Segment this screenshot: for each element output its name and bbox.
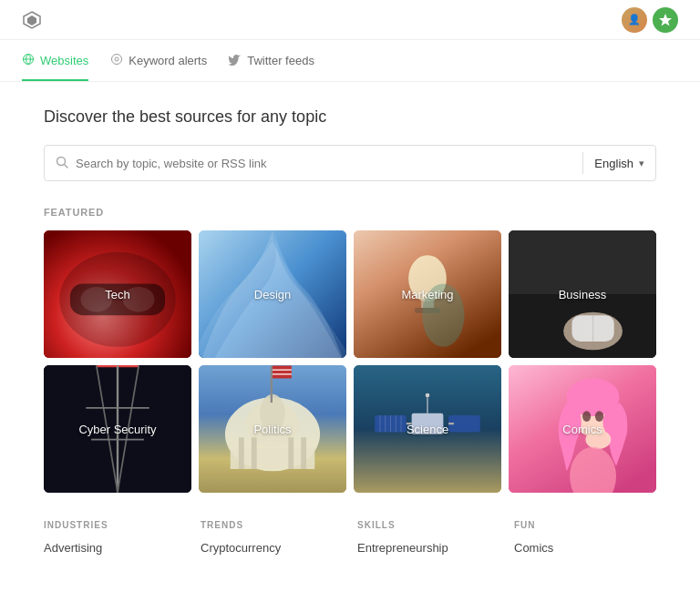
svg-point-12 [123,287,155,312]
svg-marker-1 [27,15,36,26]
card-comics-image [509,365,656,493]
cat-comics[interactable]: Comics [514,539,656,558]
cards-grid: Tech [44,230,656,493]
card-business-image [509,230,656,358]
card-design-image [199,230,346,358]
card-science-image [354,365,501,493]
card-cybersecurity[interactable]: Cyber Security [44,365,191,493]
cat-entrepreneurship[interactable]: Entrepreneurship [357,539,499,558]
card-tech[interactable]: Tech [44,230,191,358]
svg-rect-39 [252,437,257,469]
card-politics[interactable]: Politics [199,365,346,493]
tab-websites-label: Websites [40,54,88,67]
main-content: Discover the best sources for any topic … [22,82,678,584]
search-bar: English ▾ [44,145,656,181]
svg-point-4 [112,55,122,65]
svg-line-7 [65,164,68,168]
svg-rect-38 [239,437,244,469]
card-marketing[interactable]: Marketing [354,230,501,358]
svg-rect-41 [301,437,306,469]
page-title: Discover the best sources for any topic [44,107,656,127]
svg-rect-42 [271,366,273,403]
card-science[interactable]: Science [354,365,501,493]
tab-twitter-feeds[interactable]: Twitter feeds [229,40,314,81]
tab-twitter-label: Twitter feeds [247,54,314,67]
card-politics-image [199,365,346,493]
svg-point-62 [582,411,591,422]
header-right: 👤 [622,7,678,33]
category-group-trends: TRENDS Cryptocurrency [201,520,343,558]
svg-rect-20 [509,230,656,294]
chevron-down-icon: ▾ [639,158,644,169]
svg-rect-47 [412,413,444,434]
category-group-fun: FUN Comics [514,520,656,558]
svg-point-11 [81,287,113,312]
card-comics[interactable]: Comics [509,365,656,493]
trends-title: TRENDS [201,520,343,530]
search-input[interactable] [76,157,571,170]
card-marketing-image [354,230,501,358]
industries-title: INDUSTRIES [44,520,186,530]
user-avatar[interactable]: 👤 [622,7,647,33]
card-tech-image [44,230,191,358]
websites-icon [22,53,35,68]
svg-rect-43 [273,366,292,379]
app-logo[interactable] [22,10,42,30]
categories-section: INDUSTRIES Advertising TRENDS Cryptocurr… [44,520,656,558]
cat-advertising[interactable]: Advertising [44,539,186,558]
tab-keyword-label: Keyword alerts [129,54,207,67]
keyword-icon [110,53,123,68]
nav-tabs: Websites Keyword alerts Twitter feeds [0,40,700,82]
search-icon [56,156,68,171]
category-group-skills: SKILLS Entrepreneurship [357,520,499,558]
header: 👤 [0,0,700,40]
tab-keyword-alerts[interactable]: Keyword alerts [110,40,207,81]
card-cybersecurity-image [44,365,191,493]
category-group-industries: INDUSTRIES Advertising [44,520,186,558]
svg-point-63 [595,411,603,422]
svg-rect-40 [288,437,293,469]
skills-title: SKILLS [357,520,499,530]
notifications-icon[interactable] [653,7,678,33]
tab-websites[interactable]: Websites [22,40,88,81]
svg-point-64 [585,430,611,449]
card-design[interactable]: Design [199,230,346,358]
search-input-wrapper [45,156,582,171]
card-business[interactable]: Business [509,230,656,358]
svg-point-5 [115,57,118,61]
language-selector[interactable]: English ▾ [583,157,655,170]
twitter-icon [229,53,242,68]
language-label: English [594,157,633,170]
cat-cryptocurrency[interactable]: Cryptocurrency [201,539,343,558]
svg-point-58 [426,393,430,398]
featured-section-label: FEATURED [44,207,656,218]
fun-title: FUN [514,520,656,530]
svg-point-18 [422,283,464,346]
